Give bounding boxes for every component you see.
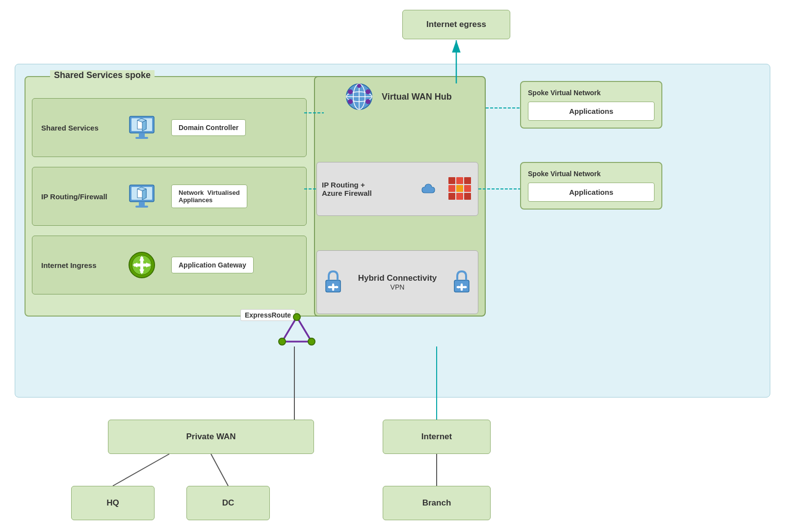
svg-rect-2 bbox=[139, 133, 145, 137]
svg-point-28 bbox=[366, 89, 370, 94]
vpn-label: VPN bbox=[391, 283, 405, 291]
ss-row-internet-ingress: Internet Ingress Application Gateway bbox=[32, 236, 307, 294]
cloud-icon bbox=[421, 182, 440, 196]
svg-rect-3 bbox=[135, 137, 148, 139]
dc-box: DC bbox=[186, 486, 270, 520]
spoke-vnet-2-inner: Applications bbox=[528, 183, 654, 202]
vwan-hub-header: Virtual WAN Hub bbox=[343, 81, 452, 112]
svg-rect-39 bbox=[456, 193, 463, 200]
domain-controller-icon bbox=[122, 108, 161, 147]
spoke-vnet-2: Spoke Virtual Network Applications bbox=[520, 162, 662, 210]
branch-label: Branch bbox=[422, 498, 451, 508]
hq-box: HQ bbox=[71, 486, 155, 520]
ss-row-ip-routing: IP Routing/Firewall Network VirtualisedA… bbox=[32, 167, 307, 226]
hybrid-text: Hybrid Connectivity VPN bbox=[348, 273, 446, 291]
ss-row-shared-services: Shared Services Domain Controller bbox=[32, 98, 307, 157]
svg-point-31 bbox=[357, 84, 361, 88]
svg-rect-34 bbox=[464, 177, 471, 184]
svg-rect-38 bbox=[448, 193, 455, 200]
svg-marker-6 bbox=[142, 120, 146, 131]
firewall-icon bbox=[447, 176, 473, 202]
internet-box: Internet bbox=[383, 420, 491, 454]
diagram-container: Internet egress Shared Services spoke Sh… bbox=[0, 0, 785, 532]
svg-rect-10 bbox=[135, 206, 148, 208]
expressroute-triangle bbox=[267, 307, 326, 346]
svg-rect-40 bbox=[464, 193, 471, 200]
internet-egress-label: Internet egress bbox=[426, 20, 486, 29]
globe-icon bbox=[343, 81, 375, 112]
hybrid-connectivity-label: Hybrid Connectivity bbox=[358, 273, 437, 283]
svg-point-30 bbox=[366, 99, 370, 104]
application-gateway-label: Application Gateway bbox=[171, 257, 254, 273]
ip-routing-azure-label: IP Routing +Azure Firewall bbox=[322, 181, 415, 197]
svg-point-57 bbox=[308, 338, 315, 345]
shared-services-spoke-title: Shared Services spoke bbox=[50, 70, 155, 80]
lock-icon-left bbox=[322, 269, 344, 295]
svg-rect-35 bbox=[448, 185, 455, 192]
svg-line-68 bbox=[113, 454, 169, 486]
svg-marker-13 bbox=[142, 189, 146, 200]
internet-label: Internet bbox=[421, 432, 452, 442]
svg-point-29 bbox=[348, 99, 353, 104]
svg-rect-33 bbox=[456, 177, 463, 184]
svg-point-56 bbox=[279, 338, 286, 345]
svg-rect-9 bbox=[139, 202, 145, 206]
svg-rect-32 bbox=[448, 177, 455, 184]
internet-egress-box: Internet egress bbox=[402, 10, 510, 39]
ip-routing-azure-box: IP Routing +Azure Firewall bbox=[316, 162, 478, 216]
private-wan-box: Private WAN bbox=[108, 420, 314, 454]
internet-ingress-label: Internet Ingress bbox=[41, 261, 117, 269]
svg-point-58 bbox=[293, 314, 300, 320]
domain-controller-label: Domain Controller bbox=[171, 119, 246, 136]
spoke-vnet-1-title: Spoke Virtual Network bbox=[528, 89, 654, 97]
hybrid-connectivity-box: Hybrid Connectivity VPN bbox=[316, 250, 478, 314]
svg-line-69 bbox=[211, 454, 228, 486]
spoke-vnet-1: Spoke Virtual Network Applications bbox=[520, 81, 662, 129]
svg-rect-47 bbox=[328, 286, 338, 288]
network-virtualised-label: Network VirtualisedAppliances bbox=[171, 185, 247, 208]
application-gateway-icon bbox=[122, 245, 161, 285]
vwan-hub-label: Virtual WAN Hub bbox=[382, 92, 452, 102]
ip-routing-firewall-label: IP Routing/Firewall bbox=[41, 192, 117, 201]
network-appliance-icon bbox=[122, 177, 161, 216]
shared-services-label: Shared Services bbox=[41, 124, 117, 132]
lock-icon-right bbox=[450, 269, 473, 295]
svg-rect-54 bbox=[457, 286, 467, 288]
svg-rect-37 bbox=[464, 185, 471, 192]
svg-rect-21 bbox=[134, 264, 150, 266]
spoke-vnet-2-title: Spoke Virtual Network bbox=[528, 170, 654, 178]
dc-label: DC bbox=[222, 498, 235, 508]
private-wan-label: Private WAN bbox=[186, 432, 236, 442]
svg-rect-36 bbox=[456, 185, 463, 192]
hq-label: HQ bbox=[106, 498, 119, 508]
branch-box: Branch bbox=[383, 486, 491, 520]
svg-point-27 bbox=[348, 89, 353, 94]
spoke-vnet-1-inner: Applications bbox=[528, 102, 654, 121]
